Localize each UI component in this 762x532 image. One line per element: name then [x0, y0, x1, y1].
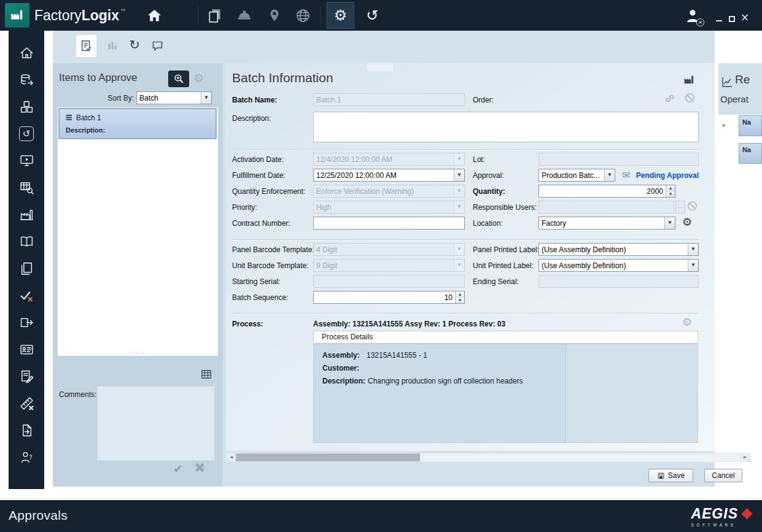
- refresh-circle-icon[interactable]: ↻: [126, 37, 142, 53]
- contract-number-input[interactable]: [313, 217, 465, 229]
- quantity-input[interactable]: [539, 185, 666, 197]
- items-to-approve-panel: Items to Approve ⚙ Sort By: Batch ▼ Batc…: [53, 63, 223, 487]
- process-gear-icon: ⚙: [681, 316, 693, 328]
- ruler-cancel-icon[interactable]: [19, 396, 34, 411]
- search-items-button[interactable]: [168, 71, 189, 87]
- clear-order-icon: [683, 91, 696, 104]
- spin-down-icon[interactable]: ▼: [456, 297, 464, 303]
- panel-printed-value: (Use Assembly Definition): [539, 245, 688, 254]
- lot-label: Lot:: [473, 155, 485, 164]
- location-pin-icon[interactable]: [266, 7, 283, 24]
- documents-copy-icon[interactable]: [206, 7, 224, 24]
- quantity-enforcement-value: Enforce Verification (Warning): [314, 187, 454, 196]
- cancel-button[interactable]: Cancel: [704, 469, 742, 482]
- filter-gear-icon: ⚙: [193, 72, 204, 84]
- id-card-icon[interactable]: [19, 342, 34, 357]
- approval-select[interactable]: Production Batc... ▼: [538, 169, 615, 182]
- comments-input[interactable]: [97, 386, 215, 461]
- comment-bubble-icon[interactable]: [149, 37, 165, 53]
- refresh-glyph: ↻: [129, 39, 140, 52]
- templates-pages-icon[interactable]: [19, 261, 34, 276]
- panel-barcode-template-label: Panel Barcode Template:: [232, 245, 314, 254]
- quantity-stepper[interactable]: ▲▼: [538, 185, 675, 198]
- aegis-logo: AEGIS SOFTWARE: [691, 506, 751, 527]
- sort-by-label: Sort By:: [104, 94, 134, 102]
- spinner-buttons[interactable]: ▲▼: [455, 291, 464, 303]
- batch-sequence-stepper[interactable]: ▲▼: [313, 291, 465, 304]
- sort-by-value: Batch: [137, 94, 201, 102]
- operation-item[interactable]: Na: [739, 143, 762, 164]
- sort-by-select[interactable]: Batch ▼: [136, 91, 212, 104]
- starting-serial-label: Starting Serial:: [232, 277, 281, 286]
- document-edit-icon[interactable]: [19, 369, 34, 384]
- approvals-check-icon[interactable]: [19, 288, 34, 303]
- home-icon[interactable]: [146, 7, 163, 24]
- reject-x-button[interactable]: ✖: [194, 461, 205, 475]
- close-button[interactable]: ×: [741, 12, 749, 23]
- magnifier-plus-icon: [173, 73, 185, 85]
- history-icon[interactable]: ↺: [19, 126, 34, 141]
- user-session-icon[interactable]: ×: [684, 7, 702, 25]
- unit-printed-label-label: Unit Printed Label:: [473, 261, 534, 270]
- spin-up-icon[interactable]: ▲: [456, 291, 464, 297]
- history-undo-button[interactable]: ↺: [359, 2, 386, 29]
- responsible-users-input: [538, 201, 674, 214]
- page-title: Approvals: [9, 508, 68, 523]
- list-item-batch[interactable]: Batch 1 Description:: [59, 109, 216, 139]
- home-nav-icon[interactable]: [19, 45, 34, 61]
- settings-gear-button[interactable]: ⚙: [327, 2, 354, 29]
- save-button[interactable]: Save: [648, 469, 693, 482]
- spinner-buttons[interactable]: ▲▼: [666, 185, 675, 197]
- maximize-button[interactable]: [729, 16, 735, 22]
- spin-down-icon[interactable]: ▼: [666, 191, 675, 197]
- splitter-grip[interactable]: ·····: [53, 350, 223, 357]
- factory-nav-icon[interactable]: [19, 207, 34, 222]
- document-check-icon: [80, 39, 93, 53]
- assembly-boxes-icon[interactable]: [19, 99, 34, 115]
- scroll-right-icon[interactable]: ►: [741, 453, 750, 461]
- panel-printed-label-select[interactable]: (Use Assembly Definition) ▼: [538, 243, 699, 256]
- tab-approval-details[interactable]: [76, 35, 96, 57]
- operation-item-label: Na: [742, 118, 751, 126]
- spin-up-icon[interactable]: ▲: [666, 185, 675, 191]
- unit-printed-label-select[interactable]: (Use Assembly Definition) ▼: [538, 259, 699, 272]
- related-operations-panel: Re Operat ▸ Na Na: [718, 63, 762, 446]
- activation-date-label: Activation Date:: [232, 155, 284, 164]
- description-input[interactable]: [313, 112, 699, 142]
- batch-sequence-label: Batch Sequence:: [232, 293, 288, 302]
- table-search-icon[interactable]: [19, 180, 34, 195]
- location-select[interactable]: Factory ▼: [538, 217, 675, 229]
- operation-item[interactable]: Na: [739, 115, 762, 136]
- operations-chart-icon: [721, 75, 734, 88]
- scroll-left-icon[interactable]: ◄: [227, 453, 236, 461]
- spreadsheet-icon[interactable]: [200, 368, 212, 380]
- unit-barcode-template-label: Unit Barcode Template:: [232, 261, 309, 270]
- collapse-grip[interactable]: [367, 63, 393, 71]
- process-details-tab[interactable]: Process Details: [313, 331, 698, 344]
- fulfillment-date-combo[interactable]: 12/25/2020 12:00:00 AM ▼: [313, 169, 465, 182]
- location-gear-icon[interactable]: ⚙: [681, 216, 693, 228]
- transfer-out-icon[interactable]: [19, 315, 34, 330]
- scrollbar-thumb[interactable]: [236, 453, 420, 461]
- cancel-button-label: Cancel: [712, 471, 734, 480]
- chevron-down-icon: ▼: [454, 169, 464, 181]
- logout-x-icon: ×: [696, 18, 704, 26]
- hardhat-icon[interactable]: [236, 7, 253, 24]
- horizontal-scrollbar[interactable]: ◄ ►: [226, 453, 750, 462]
- approve-check-button[interactable]: ✔: [173, 463, 183, 475]
- batch-sequence-input[interactable]: [314, 291, 455, 303]
- description-label: Description:: [232, 114, 271, 123]
- factory-location-icon[interactable]: [683, 73, 695, 85]
- globe-icon[interactable]: [294, 7, 311, 24]
- documentation-book-icon[interactable]: [19, 234, 34, 249]
- file-import-icon[interactable]: [19, 423, 34, 438]
- minimize-button[interactable]: [716, 20, 722, 21]
- user-question-icon[interactable]: ?: [19, 450, 34, 465]
- workstation-monitor-icon[interactable]: [19, 153, 34, 168]
- responsible-users-label: Responsible Users:: [473, 203, 537, 212]
- quantity-label: Quantity:: [473, 187, 505, 196]
- scrollbar-track[interactable]: [236, 453, 741, 461]
- materials-database-icon[interactable]: [19, 72, 34, 88]
- list-item-description-label: Description:: [66, 126, 105, 134]
- expander-icon[interactable]: ▸: [723, 122, 726, 128]
